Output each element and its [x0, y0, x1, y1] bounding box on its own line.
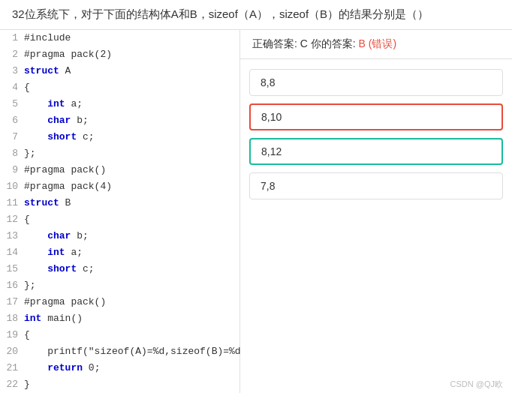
code-line: 12{ [0, 212, 239, 228]
code-line: 19{ [0, 327, 239, 344]
line-number: 3 [0, 63, 24, 80]
answer-panel: 正确答案: C 你的答案: B (错误) 8,88,108,127,8 CSDN… [240, 30, 512, 393]
line-number: 7 [0, 129, 24, 146]
main-content: 1#include 2#pragma pack(2)3struct A4{5 i… [0, 30, 512, 393]
line-number: 17 [0, 294, 24, 310]
line-number: 8 [0, 146, 24, 162]
code-line: 5 int a; [0, 96, 239, 112]
line-number: 22 [0, 376, 24, 393]
line-number: 13 [0, 228, 24, 244]
line-code-text: int a; [24, 96, 83, 112]
code-panel: 1#include 2#pragma pack(2)3struct A4{5 i… [0, 30, 240, 393]
option-item[interactable]: 8,8 [249, 69, 503, 96]
options-list: 8,88,108,127,8 [240, 59, 512, 209]
answer-header: 正确答案: C 你的答案: B (错误) [240, 30, 512, 59]
code-line: 9#pragma pack() [0, 162, 239, 178]
option-item[interactable]: 8,10 [249, 104, 503, 130]
code-line: 7 short c; [0, 129, 239, 146]
code-line: 21 return 0; [0, 360, 239, 376]
line-number: 14 [0, 244, 24, 261]
line-code-text: char b; [24, 228, 89, 244]
line-code-text: #pragma pack(4) [24, 178, 112, 195]
user-answer: B (错误) [359, 38, 397, 50]
code-line: 22} [0, 376, 239, 393]
line-number: 16 [0, 278, 24, 294]
question-header: 32位系统下，对于下面的结构体A和B，sizeof（A），sizeof（B）的结… [0, 0, 512, 30]
line-number: 21 [0, 360, 24, 376]
line-number: 5 [0, 96, 24, 112]
line-number: 10 [0, 178, 24, 195]
watermark: CSDN @QJ欧 [240, 376, 512, 393]
line-code-text: int main() [24, 310, 83, 327]
option-item[interactable]: 8,12 [249, 138, 503, 165]
line-code-text: struct A [24, 63, 71, 80]
line-code-text: }; [24, 278, 36, 294]
line-number: 11 [0, 195, 24, 212]
code-line: 15 short c; [0, 261, 239, 278]
line-number: 20 [0, 344, 24, 360]
code-line: 17#pragma pack() [0, 294, 239, 310]
line-code-text: #pragma pack() [24, 294, 106, 310]
line-code-text: } [24, 376, 30, 393]
code-line: 6 char b; [0, 112, 239, 129]
line-number: 15 [0, 261, 24, 278]
code-line: 18int main() [0, 310, 239, 327]
code-line: 11struct B [0, 195, 239, 212]
line-number: 9 [0, 162, 24, 178]
answer-prefix: 正确答案: C 你的答案: [252, 38, 359, 50]
line-number: 6 [0, 112, 24, 129]
code-line: 4{ [0, 80, 239, 96]
line-code-text: #pragma pack() [24, 162, 106, 178]
line-code-text: short c; [24, 129, 95, 146]
line-number: 19 [0, 327, 24, 344]
question-title: 32位系统下，对于下面的结构体A和B，sizeof（A），sizeof（B）的结… [12, 8, 429, 20]
code-line: 20 printf("sizeof(A)=%d,sizeof(B)=%d\n",… [0, 344, 239, 360]
line-code-text: return 0; [24, 360, 100, 376]
line-number: 2 [0, 46, 24, 63]
line-code-text: { [24, 80, 30, 96]
code-line: 16}; [0, 278, 239, 294]
line-number: 1 [0, 30, 24, 46]
line-code-text: char b; [24, 112, 89, 129]
code-line: 3struct A [0, 63, 239, 80]
code-line: 8}; [0, 146, 239, 162]
code-line: 13 char b; [0, 228, 239, 244]
code-line: 14 int a; [0, 244, 239, 261]
code-line: 2#pragma pack(2) [0, 46, 239, 63]
option-item[interactable]: 7,8 [249, 172, 503, 200]
line-number: 4 [0, 80, 24, 96]
line-number: 12 [0, 212, 24, 228]
code-line: 10#pragma pack(4) [0, 178, 239, 195]
line-number: 18 [0, 310, 24, 327]
line-code-text: struct B [24, 195, 71, 212]
line-code-text: #pragma pack(2) [24, 46, 112, 63]
line-code-text: short c; [24, 261, 95, 278]
line-code-text: #include [24, 30, 77, 46]
line-code-text: }; [24, 146, 36, 162]
code-line: 1#include [0, 30, 239, 46]
line-code-text: { [24, 327, 30, 344]
line-code-text: int a; [24, 244, 83, 261]
line-code-text: { [24, 212, 30, 228]
